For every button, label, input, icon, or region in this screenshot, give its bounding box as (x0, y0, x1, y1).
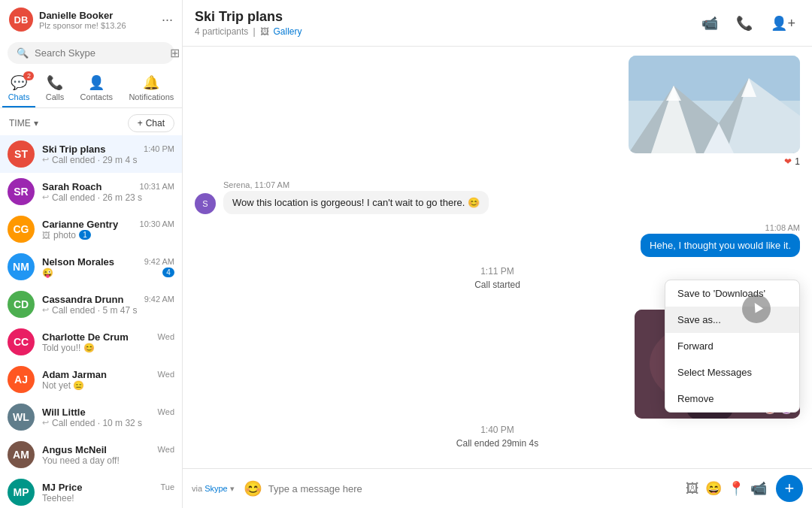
chat-name: Cassandra Drunn (42, 294, 123, 305)
chat-time: 9:42 AM (144, 257, 174, 266)
avatar: CG (8, 216, 35, 243)
chat-preview: 🖼 photo 1 (42, 230, 174, 240)
chat-time: Wed (158, 407, 174, 416)
chat-header-info: Ski Trip plans 4 participants | 🖼 Galler… (195, 9, 697, 37)
location-button[interactable]: 📍 (728, 480, 744, 497)
avatar: NM (8, 253, 35, 280)
list-item[interactable]: MP MJ Price Tue Teehee! (0, 473, 182, 508)
forward-item[interactable]: Forward (665, 333, 799, 359)
chat-item-content: Nelson Morales 9:42 AM 😜 4 (42, 256, 174, 278)
chat-item-content: Ski Trip plans 1:40 PM ↩ Call ended · 29… (42, 144, 174, 165)
chevron-down-icon: ▾ (34, 118, 38, 129)
contacts-icon: 👤 (88, 74, 105, 91)
message-input[interactable] (268, 483, 680, 494)
gallery-icon: 🖼 (260, 26, 269, 37)
save-as-item[interactable]: Save as... (665, 307, 799, 333)
chat-name: Carianne Gentry (42, 219, 118, 230)
list-item[interactable]: WL Will Little Wed ↩ Call ended · 10 m 3… (0, 398, 182, 436)
chat-name: Will Little (42, 407, 86, 418)
chat-item-content: Charlotte De Crum Wed Told you!! 😊 (42, 331, 174, 353)
system-message-text: Call ended 29min 4s (195, 438, 800, 449)
message-content: Serena, 11:07 AM Wow this location is go… (223, 180, 800, 214)
system-message-time: 1:40 PM (195, 425, 800, 435)
chat-name: Angus McNeil (42, 444, 107, 455)
chat-item-content: Sarah Roach 10:31 AM ↩ Call ended · 26 m… (42, 181, 174, 203)
chat-item-content: Will Little Wed ↩ Call ended · 10 m 32 s (42, 407, 174, 428)
list-item[interactable]: CG Carianne Gentry 10:30 AM 🖼 photo 1 (0, 210, 182, 248)
chat-time: 10:30 AM (140, 219, 174, 228)
profile-info: Danielle Booker Plz sponsor me! $13.26 (39, 10, 156, 30)
chat-time: 1:40 PM (144, 144, 174, 153)
add-button[interactable]: + (776, 475, 803, 502)
tab-notifications[interactable]: 🔔 Notifications (123, 70, 180, 107)
chat-time: Wed (158, 370, 174, 379)
chat-name: MJ Price (42, 482, 82, 493)
audio-call-button[interactable]: 📞 (732, 12, 757, 35)
profile-status: Plz sponsor me! $13.26 (39, 21, 156, 30)
list-item[interactable]: ST Ski Trip plans 1:40 PM ↩ Call ended ·… (0, 135, 182, 173)
select-messages-item[interactable]: Select Messages (665, 359, 799, 386)
participant-count: 4 participants (195, 26, 248, 37)
remove-item[interactable]: Remove (665, 386, 799, 412)
chat-time: Wed (158, 332, 174, 341)
avatar: CD (8, 291, 35, 318)
profile-name: Danielle Booker (39, 10, 156, 21)
compose-icon[interactable]: ⊞ (170, 46, 180, 60)
tab-calls-label: Calls (46, 92, 64, 101)
heart-icon: ❤ (784, 156, 792, 167)
video-call-button[interactable]: 📹 (697, 12, 723, 35)
chat-list: ST Ski Trip plans 1:40 PM ↩ Call ended ·… (0, 135, 182, 508)
gallery-link[interactable]: Gallery (274, 26, 302, 37)
mountain-image (629, 56, 800, 153)
chats-badge: 2 (23, 71, 34, 80)
more-options-icon[interactable]: ··· (162, 12, 173, 28)
chat-preview: 😜 4 (42, 268, 174, 278)
search-input[interactable] (35, 47, 161, 59)
image-share-button[interactable]: 🖼 (686, 481, 699, 497)
save-to-downloads-item[interactable]: Save to 'Downloads' (665, 280, 799, 307)
call-icon: ↩ (42, 305, 49, 315)
chat-item-content: Carianne Gentry 10:30 AM 🖼 photo 1 (42, 219, 174, 240)
tab-calls[interactable]: 📞 Calls (40, 70, 70, 107)
chat-preview: Told you!! 😊 (42, 343, 174, 353)
list-item[interactable]: CD Cassandra Drunn 9:42 AM ↩ Call ended … (0, 286, 182, 323)
list-item[interactable]: CC Charlotte De Crum Wed Told you!! 😊 (0, 323, 182, 361)
messages-area: ❤ 1 S Serena, 11:07 AM Wow this location… (183, 47, 812, 468)
list-item[interactable]: SR Sarah Roach 10:31 AM ↩ Call ended · 2… (0, 173, 182, 210)
plus-icon: + (138, 118, 143, 129)
system-message-time: 1:11 PM (195, 266, 800, 277)
chat-title: Ski Trip plans (195, 9, 697, 25)
message-own-inner: 11:08 AM Hehe, I thought you would like … (641, 223, 800, 257)
chat-time: Tue (160, 482, 174, 491)
list-item[interactable]: NM Nelson Morales 9:42 AM 😜 4 (0, 248, 182, 286)
emoji-button[interactable]: 😊 (244, 479, 262, 497)
chat-item-content: MJ Price Tue Teehee! (42, 482, 174, 503)
tab-contacts[interactable]: 👤 Contacts (74, 70, 119, 107)
add-participant-button[interactable]: 👤+ (766, 12, 800, 35)
chat-preview: Not yet 😑 (42, 380, 174, 391)
photo-icon: 🖼 (42, 231, 50, 240)
tab-chats-label: Chats (8, 92, 30, 101)
list-item[interactable]: AM Angus McNeil Wed You need a day off! (0, 436, 182, 473)
chat-name: Charlotte De Crum (42, 331, 129, 343)
tab-chats[interactable]: 💬 Chats 2 (2, 70, 36, 107)
new-chat-label: Chat (146, 118, 165, 129)
chat-preview: ↩ Call ended · 5 m 47 s (42, 305, 174, 316)
message-group-own: 11:08 AM Hehe, I thought you would like … (195, 223, 800, 257)
video-button[interactable]: 📹 (750, 480, 767, 497)
unread-badge: 4 (162, 268, 174, 277)
chat-name: Sarah Roach (42, 181, 102, 192)
avatar: ST (8, 141, 35, 168)
via-skype-label: via Skype ▾ (192, 484, 235, 494)
chat-list-header: TIME ▾ + Chat (0, 108, 182, 135)
new-chat-button[interactable]: + Chat (128, 114, 174, 132)
sticker-button[interactable]: 😄 (705, 480, 722, 497)
avatar: WL (8, 404, 35, 431)
search-bar[interactable]: 🔍 ⊞ (8, 42, 174, 64)
chat-item-content: Angus McNeil Wed You need a day off! (42, 444, 174, 466)
divider: | (253, 26, 255, 37)
sort-button[interactable]: TIME ▾ (9, 118, 38, 129)
list-item[interactable]: AJ Adam Jarman Wed Not yet 😑 (0, 361, 182, 398)
avatar: AJ (8, 366, 35, 393)
skype-link[interactable]: Skype (205, 484, 228, 493)
